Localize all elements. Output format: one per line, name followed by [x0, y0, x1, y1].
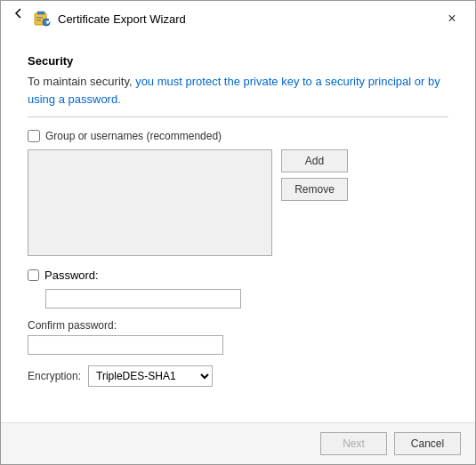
title-bar-left: ✓ Certificate Export Wizard	[12, 6, 186, 31]
encryption-select[interactable]: TripleDES-SHA1 AES128-SHA1 AES256-SHA256	[88, 365, 213, 387]
section-description: To maintain security, you must protect t…	[28, 73, 448, 108]
encryption-label: Encryption:	[28, 370, 81, 382]
users-listbox[interactable]	[28, 149, 272, 256]
encryption-row: Encryption: TripleDES-SHA1 AES128-SHA1 A…	[28, 365, 448, 387]
title-bar: ✓ Certificate Export Wizard ×	[1, 1, 475, 36]
svg-rect-2	[36, 17, 43, 19]
close-button[interactable]: ×	[440, 6, 464, 31]
description-text-part1: To maintain security,	[28, 75, 135, 88]
svg-text:✓: ✓	[44, 14, 51, 28]
confirm-password-input[interactable]	[28, 335, 223, 355]
window-title: Certificate Export Wizard	[58, 12, 186, 26]
password-row: Password:	[28, 269, 448, 282]
divider	[28, 116, 448, 117]
password-label: Password:	[44, 269, 99, 282]
password-input-wrapper	[45, 289, 448, 309]
wizard-content: Security To maintain security, you must …	[1, 36, 475, 422]
wizard-footer: Next Cancel	[1, 422, 475, 464]
wizard-icon: ✓	[33, 10, 51, 28]
next-button[interactable]: Next	[320, 432, 387, 455]
group-usernames-checkbox[interactable]	[28, 130, 40, 142]
cancel-button[interactable]: Cancel	[394, 432, 461, 455]
password-input[interactable]	[45, 289, 241, 309]
group-usernames-row: Group or usernames (recommended)	[28, 130, 448, 142]
confirm-password-label: Confirm password:	[28, 319, 448, 332]
back-arrow-button[interactable]	[12, 6, 26, 20]
wizard-window: ✓ Certificate Export Wizard × Security T…	[0, 0, 476, 465]
password-checkbox[interactable]	[28, 269, 39, 281]
svg-rect-1	[37, 12, 44, 14]
group-usernames-label: Group or usernames (recommended)	[45, 130, 222, 142]
svg-rect-3	[36, 20, 41, 21]
listbox-add-row: Add Remove	[28, 149, 448, 256]
remove-button[interactable]: Remove	[281, 178, 348, 201]
confirm-password-section: Confirm password:	[28, 319, 448, 355]
section-title: Security	[28, 54, 448, 68]
add-button[interactable]: Add	[281, 149, 348, 172]
button-column: Add Remove	[281, 149, 348, 256]
